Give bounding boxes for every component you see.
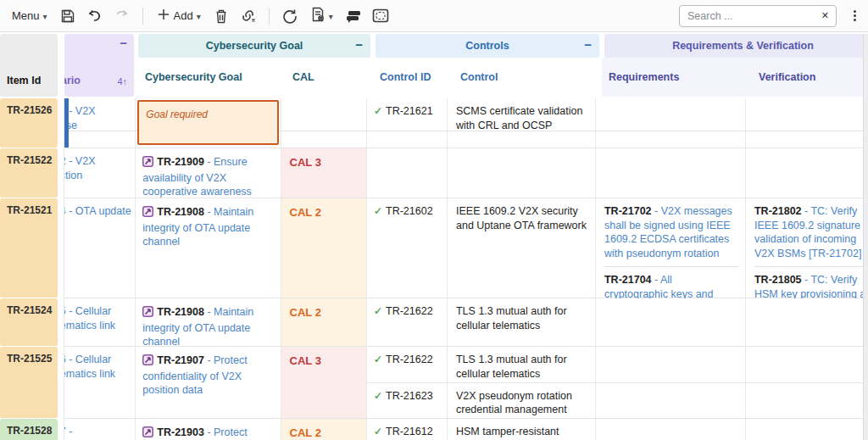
cybersecurity-goal-cell[interactable]: TR-21907 - Protect confidentiality of V2… bbox=[136, 347, 281, 419]
undo-button[interactable] bbox=[83, 5, 107, 27]
menu-button[interactable]: Menu ▾ bbox=[7, 6, 53, 25]
control-cell[interactable]: IEEE 1609.2 V2X security and Uptane OTA … bbox=[448, 198, 596, 298]
collapse-controls-icon[interactable]: − bbox=[584, 39, 592, 51]
requirements-cell[interactable] bbox=[596, 98, 746, 148]
table-row[interactable]: TR-215287 -TR-21903 - ProtectCAL 2✓TR-21… bbox=[0, 419, 868, 440]
requirements-cell[interactable] bbox=[596, 298, 746, 346]
cal-cell[interactable] bbox=[281, 98, 367, 148]
item-id-cell[interactable]: TR-21522 bbox=[0, 148, 64, 198]
controls-section: ✓TR-21621SCMS certificate validation wit… bbox=[367, 98, 868, 148]
collapse-scenario-icon[interactable]: − bbox=[120, 37, 127, 49]
group-header-controls[interactable]: Controls − bbox=[376, 34, 599, 58]
column-header-requirements[interactable]: Requirements bbox=[602, 71, 752, 83]
control-id-cell[interactable]: ✓TR-21622 bbox=[367, 298, 448, 346]
scenario-cell[interactable]: 7 - bbox=[64, 419, 136, 440]
redo-button[interactable] bbox=[110, 5, 134, 27]
cal-cell[interactable]: CAL 2 bbox=[281, 298, 367, 347]
group-header-cybersecurity-goal[interactable]: Cybersecurity Goal − bbox=[138, 34, 370, 58]
control-cell[interactable]: TLS 1.3 mutual auth for cellular telemat… bbox=[448, 298, 596, 346]
column-header-scenario[interactable]: − ario 4↑ bbox=[64, 34, 134, 97]
control-cell[interactable]: V2X pseudonym rotation credential manage… bbox=[448, 383, 596, 419]
control-id-cell[interactable]: ✓TR-21602 bbox=[367, 198, 448, 298]
collapse-goal-icon[interactable]: − bbox=[355, 39, 363, 51]
table-row[interactable]: TR-215222 - V2XctionTR-21909 - Ensure av… bbox=[0, 148, 868, 198]
requirements-cell[interactable] bbox=[596, 148, 746, 198]
chevron-down-icon: ▾ bbox=[197, 12, 201, 21]
add-button[interactable]: Add ▾ bbox=[152, 4, 206, 27]
search-box: ✕ bbox=[679, 5, 837, 27]
delete-button[interactable] bbox=[209, 5, 233, 27]
requirement-entry[interactable]: TR-21704 - All cryptographic keys and ce… bbox=[604, 266, 738, 298]
unlink-button[interactable] bbox=[236, 5, 260, 27]
requirements-cell[interactable] bbox=[596, 383, 746, 419]
sort-indicator[interactable]: 4↑ bbox=[117, 76, 127, 86]
table-row[interactable]: TR-215256 - Cellularematics linkTR-21907… bbox=[0, 347, 868, 419]
table-row[interactable]: TR-215214 - OTA updateTR-21908 - Maintai… bbox=[0, 198, 868, 298]
column-header-verification[interactable]: Verification bbox=[752, 71, 815, 83]
item-id-cell[interactable]: TR-21528 bbox=[0, 419, 64, 440]
cybersecurity-goal-cell[interactable]: TR-21908 - Maintain integrity of OTA upd… bbox=[136, 198, 281, 298]
scenario-cell[interactable]: 2 - V2Xction bbox=[64, 148, 136, 198]
verification-entry[interactable]: TR-21805 - TC: Verify HSM key provisioni… bbox=[754, 266, 868, 298]
control-id-cell[interactable]: ✓TR-21621 bbox=[367, 98, 448, 148]
item-id-cell[interactable]: TR-21526 bbox=[0, 98, 64, 148]
cybersecurity-goal-cell[interactable]: TR-21908 - Maintain integrity of OTA upd… bbox=[136, 298, 281, 347]
verification-cell[interactable] bbox=[746, 98, 868, 148]
vertical-scrollbar[interactable] bbox=[863, 34, 868, 440]
table-row[interactable]: TR-215245 - Cellularematics linkTR-21908… bbox=[0, 298, 868, 347]
control-cell[interactable] bbox=[448, 148, 596, 198]
requirement-entry[interactable]: TR-21702 - V2X messages shall be signed … bbox=[604, 204, 738, 260]
control-id-cell[interactable]: ✓TR-21623 bbox=[367, 383, 448, 419]
column-header-cal[interactable]: CAL bbox=[286, 71, 314, 83]
verification-cell[interactable] bbox=[746, 298, 868, 346]
controls-section: ✓TR-21602IEEE 1609.2 V2X security and Up… bbox=[367, 198, 868, 298]
cal-cell[interactable]: CAL 3 bbox=[281, 148, 367, 198]
control-cell[interactable]: TLS 1.3 mutual auth for cellular telemat… bbox=[448, 347, 596, 382]
save-button[interactable] bbox=[56, 5, 80, 27]
requirements-cell[interactable]: TR-21702 - V2X messages shall be signed … bbox=[596, 198, 746, 298]
verification-cell[interactable]: TR-21802 - TC: Verify IEEE 1609.2 signat… bbox=[746, 198, 868, 298]
comments-button[interactable] bbox=[342, 5, 365, 27]
group-header-requirements-verification[interactable]: Requirements & Verification bbox=[604, 34, 868, 58]
cybersecurity-goal-cell[interactable]: TR-21909 - Ensure availability of V2X co… bbox=[136, 148, 281, 198]
verification-entry[interactable]: TR-21802 - TC: Verify IEEE 1609.2 signat… bbox=[754, 204, 868, 260]
scenario-cell[interactable]: 3 - V2Xuse bbox=[64, 98, 136, 148]
cybersecurity-goal-cell[interactable]: Goal required bbox=[136, 98, 281, 148]
cal-cell[interactable]: CAL 2 bbox=[281, 419, 367, 440]
goal-required-placeholder[interactable]: Goal required bbox=[137, 100, 278, 145]
item-id-cell[interactable]: TR-21521 bbox=[0, 198, 64, 298]
scenario-cell[interactable]: 5 - Cellularematics link bbox=[64, 298, 136, 347]
cybersecurity-goal-cell[interactable]: TR-21903 - Protect bbox=[136, 419, 281, 440]
add-label: Add bbox=[174, 9, 193, 22]
scenario-cell[interactable]: 4 - OTA update bbox=[64, 198, 136, 298]
frame-button[interactable] bbox=[369, 5, 392, 27]
search-clear-icon[interactable]: ✕ bbox=[821, 10, 836, 21]
save-icon bbox=[60, 8, 75, 24]
refresh-button[interactable] bbox=[278, 5, 302, 27]
search-input[interactable] bbox=[680, 10, 807, 22]
control-id-cell[interactable] bbox=[367, 148, 448, 198]
verification-cell[interactable] bbox=[746, 148, 868, 198]
control-cell[interactable]: SCMS certificate validation with CRL and… bbox=[448, 98, 596, 148]
report-button[interactable]: ▾ bbox=[305, 3, 338, 28]
item-id-cell[interactable]: TR-21524 bbox=[0, 298, 64, 347]
cal-cell[interactable]: CAL 3 bbox=[281, 347, 367, 419]
cal-cell[interactable]: CAL 2 bbox=[281, 198, 367, 298]
column-header-control[interactable]: Control bbox=[453, 71, 498, 83]
column-header-item-id[interactable]: Item Id bbox=[0, 34, 58, 97]
verification-cell[interactable] bbox=[746, 347, 868, 382]
requirements-cell[interactable] bbox=[596, 419, 746, 440]
table-row[interactable]: TR-215263 - V2XuseGoal required✓TR-21621… bbox=[0, 98, 868, 148]
toolbar-separator bbox=[142, 8, 143, 25]
scenario-cell[interactable]: 6 - Cellularematics link bbox=[64, 347, 136, 419]
column-header-goal[interactable]: Cybersecurity Goal bbox=[138, 71, 286, 83]
control-cell[interactable]: HSM tamper-resistant bbox=[448, 419, 596, 440]
verification-cell[interactable] bbox=[746, 419, 868, 440]
requirements-cell[interactable] bbox=[596, 347, 746, 382]
kebab-menu-icon[interactable] bbox=[849, 8, 861, 23]
column-header-control-id[interactable]: Control ID bbox=[373, 71, 453, 83]
control-id-cell[interactable]: ✓TR-21612 bbox=[367, 419, 448, 440]
verification-cell[interactable] bbox=[746, 383, 868, 419]
control-id-cell[interactable]: ✓TR-21622 bbox=[367, 347, 448, 382]
item-id-cell[interactable]: TR-21525 bbox=[0, 347, 64, 419]
